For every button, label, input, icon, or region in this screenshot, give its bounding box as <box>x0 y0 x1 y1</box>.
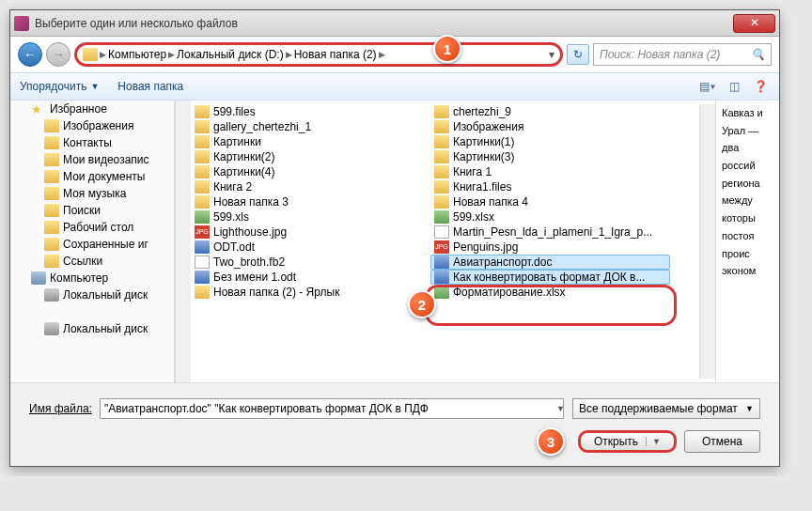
sidebar-item[interactable] <box>10 303 174 320</box>
file-name: Форматирование.xlsx <box>453 286 566 299</box>
forward-button[interactable]: → <box>46 42 70 67</box>
doc-icon <box>195 240 210 254</box>
sidebar-item[interactable]: Мои документы <box>10 168 174 185</box>
preview-pane-button[interactable]: ◫ <box>725 77 743 96</box>
file-name: Авиатранспорт.doc <box>453 256 552 269</box>
file-item[interactable]: 599.xlsx <box>430 209 670 225</box>
file-item[interactable]: Книга 1 <box>430 164 670 179</box>
folder-icon <box>195 286 210 299</box>
file-item[interactable]: JPGLighthouse.jpg <box>191 225 430 240</box>
search-placeholder: Поиск: Новая папка (2) <box>600 48 720 61</box>
file-item[interactable]: Без имени 1.odt <box>191 270 430 285</box>
chevron-right-icon: ▶ <box>100 50 106 59</box>
file-item[interactable]: chertezhi_9 <box>430 104 670 119</box>
file-item[interactable]: Картинки <box>191 134 430 149</box>
file-item[interactable]: Книга 2 <box>191 179 430 194</box>
view-options-button[interactable]: ▤ ▼ <box>698 77 717 96</box>
sidebar-scrollbar[interactable] <box>175 101 191 382</box>
sidebar-item[interactable]: Изображения <box>10 117 174 134</box>
file-item[interactable]: Картинки(4) <box>191 164 430 179</box>
sidebar-item[interactable]: Локальный диск <box>10 286 174 303</box>
file-name: ODT.odt <box>213 240 255 254</box>
file-name: Lighthouse.jpg <box>213 225 287 239</box>
help-button[interactable]: ❓ <box>751 77 770 96</box>
file-item[interactable]: Martin_Pesn_lda_i_plameni_1_Igra_p... <box>430 225 670 240</box>
folder-icon <box>44 119 59 132</box>
breadcrumb-item[interactable]: Компьютер <box>108 48 166 61</box>
sidebar-label: Контакты <box>63 136 112 149</box>
file-scrollbar[interactable] <box>699 104 715 379</box>
content-area: ИзбранноеИзображенияКонтактыМои видеозап… <box>10 101 779 382</box>
file-name: 599.xls <box>213 210 249 224</box>
file-item[interactable]: Форматирование.xlsx <box>430 285 670 300</box>
file-item[interactable]: Картинки(2) <box>191 149 430 164</box>
folder-icon <box>434 180 449 194</box>
file-item[interactable]: 599.xls <box>191 209 430 225</box>
sidebar-item[interactable]: Рабочий стол <box>10 219 174 236</box>
organize-menu[interactable]: Упорядочить ▼ <box>20 80 99 93</box>
file-item[interactable]: Новая папка (2) - Ярлык <box>191 285 430 300</box>
doc-icon <box>434 256 449 269</box>
file-type-filter[interactable]: Все поддерживаемые формат ▼ <box>572 398 760 419</box>
folder-icon <box>434 120 449 133</box>
file-name: Картинки(1) <box>453 135 515 148</box>
folder-icon <box>195 165 210 178</box>
sidebar-item[interactable]: Контакты <box>10 134 174 151</box>
chevron-down-icon[interactable]: ▾ <box>549 48 554 61</box>
file-item[interactable]: Авиатранспорт.doc <box>430 255 670 270</box>
file-item[interactable]: ODT.odt <box>191 240 430 255</box>
file-name: Книга 2 <box>213 180 252 194</box>
file-name: Новая папка 4 <box>453 195 528 209</box>
doc-icon <box>195 271 210 284</box>
file-item[interactable]: Новая папка 3 <box>191 194 430 209</box>
folder-icon <box>44 187 59 200</box>
file-item[interactable]: Новая папка 4 <box>430 194 670 209</box>
sidebar-item[interactable]: Моя музыка <box>10 185 174 202</box>
sidebar-item[interactable]: Мои видеозапис <box>10 151 174 168</box>
file-name: Изображения <box>453 120 523 133</box>
sidebar-item[interactable]: Компьютер <box>10 270 174 286</box>
file-item[interactable]: Two_broth.fb2 <box>191 255 430 270</box>
file-name: Книга 1 <box>453 165 492 178</box>
address-bar[interactable]: ▶ Компьютер ▶ Локальный диск (D:) ▶ Нова… <box>74 42 563 67</box>
folder-icon <box>44 238 59 251</box>
close-button[interactable]: ✕ <box>733 14 775 33</box>
back-button[interactable]: ← <box>18 42 42 67</box>
sidebar-item[interactable]: Сохраненные иг <box>10 236 174 253</box>
folder-icon <box>44 255 59 268</box>
search-input[interactable]: Поиск: Новая папка (2) 🔍 <box>593 43 772 66</box>
breadcrumb-item[interactable]: Новая папка (2) <box>294 48 377 61</box>
refresh-button[interactable]: ↻ <box>567 44 589 65</box>
file-item[interactable]: Картинки(1) <box>430 134 670 149</box>
sidebar-item[interactable]: Избранное <box>10 101 174 117</box>
file-item[interactable]: Как конвертировать формат ДОК в... <box>430 270 670 285</box>
file-item[interactable]: Картинки(3) <box>430 149 670 164</box>
new-folder-button[interactable]: Новая папка <box>117 80 183 93</box>
file-item[interactable]: JPGPenguins.jpg <box>430 240 670 255</box>
folder-icon <box>195 105 210 118</box>
sidebar-item[interactable]: Ссылки <box>10 253 174 270</box>
nav-row: ← → ▶ Компьютер ▶ Локальный диск (D:) ▶ … <box>10 37 779 72</box>
file-item[interactable]: gallery_chertezhi_1 <box>191 119 430 134</box>
jpg-icon: JPG <box>434 240 449 254</box>
filename-input[interactable] <box>100 398 564 419</box>
sidebar-label: Поиски <box>63 204 101 217</box>
file-name: chertezhi_9 <box>453 105 511 118</box>
breadcrumb-item[interactable]: Локальный диск (D:) <box>177 48 284 61</box>
folder-icon <box>195 150 210 163</box>
chevron-right-icon: ▶ <box>379 50 385 59</box>
folder-icon <box>195 195 210 209</box>
sidebar-item[interactable]: Локальный диск <box>10 320 174 337</box>
chevron-down-icon[interactable]: ▼ <box>556 404 565 413</box>
sidebar-item[interactable]: Поиски <box>10 202 174 219</box>
txt-icon <box>195 256 210 269</box>
sidebar-label: Рабочий стол <box>63 221 133 234</box>
open-button[interactable]: Открыть▼ <box>578 430 677 453</box>
file-item[interactable]: 599.files <box>191 104 430 119</box>
sidebar-label: Компьютер <box>50 271 108 285</box>
cancel-button[interactable]: Отмена <box>684 430 760 453</box>
file-item[interactable]: Книга1.files <box>430 179 670 194</box>
jpg-icon: JPG <box>195 225 210 239</box>
sidebar-label: Сохраненные иг <box>63 238 148 251</box>
file-item[interactable]: Изображения <box>430 119 670 134</box>
